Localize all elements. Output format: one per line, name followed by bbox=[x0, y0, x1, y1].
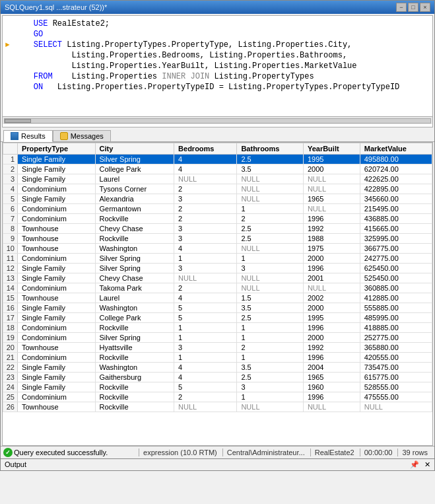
table-cell: 365880.00 bbox=[360, 343, 432, 353]
table-cell: Condominium bbox=[18, 353, 96, 363]
table-row[interactable]: 15TownhouseLaurel41.52002412885.00 bbox=[3, 293, 432, 303]
table-row[interactable]: 6CondominiumGermantown21NULL215495.00 bbox=[3, 204, 432, 214]
scrollbar-thumb[interactable] bbox=[5, 119, 31, 123]
table-row[interactable]: 19CondominiumSilver Spring112000252775.0… bbox=[3, 333, 432, 343]
row-number: 13 bbox=[3, 273, 18, 283]
table-row[interactable]: 25CondominiumRockville211996475555.00 bbox=[3, 392, 432, 402]
table-row[interactable]: 2Single FamilyCollege Park43.52000620724… bbox=[3, 164, 432, 174]
col-header-yearbuilt: YearBuilt bbox=[303, 143, 360, 155]
table-cell: 475555.00 bbox=[360, 392, 432, 402]
table-row[interactable]: 21CondominiumRockville111996420555.00 bbox=[3, 353, 432, 363]
output-bar: Output 📌 ✕ bbox=[1, 458, 434, 470]
table-row[interactable]: 7CondominiumRockville221996436885.00 bbox=[3, 214, 432, 224]
row-number: 15 bbox=[3, 293, 18, 303]
grid-icon bbox=[11, 132, 18, 140]
table-cell: 5 bbox=[174, 313, 237, 323]
table-row[interactable]: 12Single FamilySilver Spring331996625450… bbox=[3, 264, 432, 273]
table-cell: Single Family bbox=[18, 194, 96, 204]
table-row[interactable]: 24Single FamilyRockville531960528555.00 bbox=[3, 382, 432, 392]
table-row[interactable]: 22Single FamilyWashington43.52004735475.… bbox=[3, 363, 432, 373]
table-cell: 1995 bbox=[303, 313, 360, 323]
table-cell: 2 bbox=[174, 184, 237, 194]
table-cell: Rockville bbox=[95, 392, 174, 402]
table-cell: College Park bbox=[95, 164, 174, 174]
code-editor[interactable]: USE RealEstate2; GO ► SELECT Listing.Pro… bbox=[2, 15, 433, 127]
table-cell: 555885.00 bbox=[360, 303, 432, 313]
table-row[interactable]: 10TownhouseWashington4NULL1975366775.00 bbox=[3, 244, 432, 254]
table-row[interactable]: 1Single FamilySilver Spring42.5199549588… bbox=[3, 155, 432, 164]
table-cell: Condominium bbox=[18, 204, 96, 214]
table-row[interactable]: 9TownhouseRockville32.51988325995.00 bbox=[3, 234, 432, 244]
tab-messages[interactable]: Messages bbox=[53, 130, 111, 141]
table-cell: NULL bbox=[237, 174, 304, 184]
table-row[interactable]: 11CondominiumSilver Spring112000242775.0… bbox=[3, 254, 432, 264]
table-cell: 1 bbox=[237, 353, 304, 363]
h-scrollbar[interactable] bbox=[3, 116, 432, 124]
minimize-button[interactable]: − bbox=[396, 3, 407, 12]
table-row[interactable]: 8TownhouseChevy Chase32.51992415665.00 bbox=[3, 224, 432, 234]
table-cell: 3.5 bbox=[237, 164, 304, 174]
table-row[interactable]: 13Single FamilyChevy ChaseNULLNULL200152… bbox=[3, 273, 432, 283]
table-cell: Tysons Corner bbox=[95, 184, 174, 194]
table-cell: 1 bbox=[174, 333, 237, 343]
code-line-7: ON Listing.Properties.PropertyTypeID = L… bbox=[3, 82, 432, 92]
results-scroll[interactable]: PropertyType City Bedrooms Bathrooms Yea… bbox=[3, 143, 432, 445]
table-cell: Townhouse bbox=[18, 402, 96, 412]
table-cell: 2.5 bbox=[237, 313, 304, 323]
table-cell: 415665.00 bbox=[360, 224, 432, 234]
table-row[interactable]: 16Single FamilyWashington53.52000555885.… bbox=[3, 303, 432, 313]
row-number: 24 bbox=[3, 382, 18, 392]
table-row[interactable]: 4CondominiumTysons Corner2NULLNULL422895… bbox=[3, 184, 432, 194]
table-cell: Alexandria bbox=[95, 194, 174, 204]
table-cell: 2000 bbox=[303, 254, 360, 264]
table-cell: Condominium bbox=[18, 283, 96, 293]
table-row[interactable]: 14CondominiumTakoma Park2NULLNULL360885.… bbox=[3, 283, 432, 293]
table-cell: Condominium bbox=[18, 392, 96, 402]
output-pin-icon[interactable]: 📌 bbox=[410, 460, 419, 469]
table-row[interactable]: 20TownhouseHyattsville321992365880.00 bbox=[3, 343, 432, 353]
table-row[interactable]: 3Single FamilyLaurelNULLNULLNULL422625.0… bbox=[3, 174, 432, 184]
table-row[interactable]: 18CondominiumRockville111996418885.00 bbox=[3, 323, 432, 333]
table-cell: College Park bbox=[95, 313, 174, 323]
table-cell: Condominium bbox=[18, 323, 96, 333]
table-cell: Townhouse bbox=[18, 234, 96, 244]
table-cell: 4 bbox=[174, 363, 237, 373]
table-cell: 2000 bbox=[303, 303, 360, 313]
maximize-button[interactable]: □ bbox=[408, 3, 418, 12]
table-cell: Townhouse bbox=[18, 224, 96, 234]
results-table-container: PropertyType City Bedrooms Bathrooms Yea… bbox=[2, 142, 433, 446]
table-cell: Chevy Chase bbox=[95, 224, 174, 234]
table-cell: 325995.00 bbox=[360, 234, 432, 244]
output-close-icon[interactable]: ✕ bbox=[424, 460, 430, 469]
tab-results[interactable]: Results bbox=[3, 130, 53, 142]
line-marker-2 bbox=[5, 29, 15, 40]
table-cell: Townhouse bbox=[18, 244, 96, 254]
table-row[interactable]: 23Single FamilyGaithersburg42.5196561577… bbox=[3, 373, 432, 382]
table-cell: 2000 bbox=[303, 333, 360, 343]
status-database: RealEstate2 bbox=[310, 449, 358, 456]
table-cell: 495880.00 bbox=[360, 155, 432, 164]
table-cell: Hyattsville bbox=[95, 343, 174, 353]
table-cell: Single Family bbox=[18, 373, 96, 382]
table-cell: 2 bbox=[174, 283, 237, 293]
row-number: 26 bbox=[3, 402, 18, 412]
table-cell: Laurel bbox=[95, 174, 174, 184]
table-cell: 735475.00 bbox=[360, 363, 432, 373]
col-header-marketvalue: MarketValue bbox=[360, 143, 432, 155]
table-cell: 2000 bbox=[303, 164, 360, 174]
table-row[interactable]: 5Single FamilyAlexandria3NULL1965345660.… bbox=[3, 194, 432, 204]
table-cell: 252775.00 bbox=[360, 333, 432, 343]
table-cell: 1996 bbox=[303, 214, 360, 224]
table-cell: 1992 bbox=[303, 343, 360, 353]
table-cell: Chevy Chase bbox=[95, 273, 174, 283]
col-header-city: City bbox=[95, 143, 174, 155]
table-row[interactable]: 17Single FamilyCollege Park52.5199548599… bbox=[3, 313, 432, 323]
table-cell: 5 bbox=[174, 303, 237, 313]
row-number: 14 bbox=[3, 283, 18, 293]
table-cell: 4 bbox=[174, 164, 237, 174]
table-cell: Rockville bbox=[95, 382, 174, 392]
row-number: 25 bbox=[3, 392, 18, 402]
table-cell: 2.5 bbox=[237, 155, 304, 164]
close-button[interactable]: × bbox=[420, 3, 430, 12]
table-row[interactable]: 26TownhouseRockvilleNULLNULLNULLNULL bbox=[3, 402, 432, 412]
